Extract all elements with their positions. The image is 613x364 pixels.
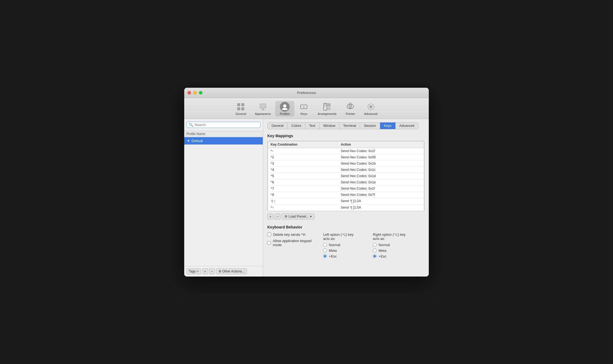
left-meta-row: Meta	[323, 249, 359, 253]
action-value: Send Hex Codes: 0x7f	[338, 192, 424, 198]
table-row[interactable]: ⇧↑Send ^[ [1;2A	[268, 198, 424, 204]
toolbar-item-general[interactable]: General	[231, 101, 251, 117]
minimize-button[interactable]	[193, 91, 197, 95]
tab-bar: General Colors Text Window Terminal Sess…	[267, 122, 418, 129]
left-esc-radio[interactable]	[323, 254, 327, 258]
table-row[interactable]: ^3Send Hex Codes: 0x1b	[268, 160, 424, 167]
key-combination: ^3	[268, 160, 338, 167]
table-row[interactable]: ^8Send Hex Codes: 0x7f	[268, 192, 424, 198]
table-row[interactable]: ^2Send Hex Codes: 0x00	[268, 154, 424, 160]
profile-name: Default	[192, 139, 203, 143]
table-row[interactable]: ^↑Send ^[ [1;5A	[268, 204, 424, 211]
key-combination: ^↑	[268, 204, 338, 211]
right-esc-label: +Esc	[379, 254, 386, 258]
tab-window[interactable]: Window	[320, 123, 339, 129]
tab-colors[interactable]: Colors	[287, 123, 305, 129]
key-combination: ^6	[268, 179, 338, 185]
checkbox-delete-key: Delete key sends ^H	[267, 233, 312, 237]
right-meta-radio[interactable]	[373, 249, 377, 252]
toolbar-item-arrangements[interactable]: Arrangements	[313, 101, 341, 117]
toolbar-item-advanced[interactable]: Advanced	[360, 101, 382, 117]
right-normal-row: Normal	[373, 243, 411, 247]
table-row[interactable]: ^6Send Hex Codes: 0x1e	[268, 179, 424, 185]
action-value: Send ^[ [1;6A	[338, 211, 424, 211]
left-meta-radio[interactable]	[323, 249, 327, 252]
remove-profile-button[interactable]: −	[209, 268, 215, 274]
left-option-title: Left option (⌥) key acts as:	[323, 233, 359, 241]
profile-item-default[interactable]: ★ Default	[184, 137, 263, 145]
toolbar-item-keys[interactable]: ⌘ Keys	[294, 101, 313, 117]
keys-icon: ⌘	[299, 102, 309, 112]
other-actions-button[interactable]: ⚙ Other Actions...	[216, 268, 247, 274]
sidebar-footer: Tags > + − ⚙ Other Actions...	[184, 266, 263, 277]
general-icon	[236, 102, 246, 112]
close-button[interactable]	[187, 91, 191, 95]
table-row[interactable]: ^⇧↑Send ^[ [1;6A	[268, 211, 424, 211]
footer-actions: + −	[202, 268, 215, 274]
action-value: Send Hex Codes: 0x1d	[338, 173, 424, 179]
search-icon: 🔍	[189, 123, 193, 127]
right-normal-radio[interactable]	[373, 243, 377, 247]
action-value: Send ^[ [1;5A	[338, 204, 424, 211]
profiles-label: Profiles	[280, 112, 290, 115]
tab-text[interactable]: Text	[305, 123, 320, 129]
add-mapping-button[interactable]: +	[267, 214, 273, 219]
svg-rect-6	[262, 109, 264, 110]
tab-general[interactable]: General	[268, 123, 287, 129]
key-combination: ^4	[268, 167, 338, 173]
table-row[interactable]: ^7Send Hex Codes: 0x1f	[268, 185, 424, 192]
right-esc-radio[interactable]	[373, 254, 377, 258]
add-profile-button[interactable]: +	[202, 268, 208, 274]
key-mappings-table-wrapper: Key Combination Action ^-Send Hex Codes:…	[267, 141, 424, 211]
key-mappings-table: Key Combination Action ^-Send Hex Codes:…	[268, 141, 424, 211]
left-normal-radio[interactable]	[323, 243, 327, 247]
search-input[interactable]	[195, 123, 258, 127]
other-actions-label: ⚙ Other Actions...	[218, 269, 245, 273]
keyboard-behavior: Keyboard Behavior Delete key sends ^H Al…	[267, 225, 424, 260]
svg-line-23	[368, 104, 369, 105]
key-combination: ^⇧↑	[268, 211, 338, 211]
action-value: Send Hex Codes: 0x1f	[338, 148, 424, 154]
maximize-button[interactable]	[199, 91, 202, 95]
toolbar-item-profiles[interactable]: Profiles	[275, 101, 294, 117]
toolbar-item-pointer[interactable]: Pointer	[341, 101, 360, 117]
window-title: Preferences	[297, 91, 316, 95]
appearance-icon	[258, 102, 268, 112]
svg-rect-7	[261, 110, 265, 110]
table-row[interactable]: ^5Send Hex Codes: 0x1d	[268, 173, 424, 179]
remove-mapping-button[interactable]: −	[274, 214, 280, 219]
tab-terminal[interactable]: Terminal	[339, 123, 360, 129]
star-icon: ★	[187, 139, 190, 143]
left-meta-label: Meta	[329, 249, 337, 253]
keys-label: Keys	[301, 112, 307, 115]
tab-keys[interactable]: Keys	[380, 123, 396, 129]
left-esc-row: +Esc	[323, 254, 359, 258]
load-preset-button[interactable]: ⚙ Load Preset... ▾	[282, 214, 315, 219]
table-row[interactable]: ^-Send Hex Codes: 0x1f	[268, 148, 424, 154]
kb-checkboxes: Delete key sends ^H Allow application ke…	[267, 233, 312, 249]
tags-button[interactable]: Tags >	[186, 268, 201, 274]
tab-advanced[interactable]: Advanced	[396, 123, 418, 129]
checkbox-keypad-mode: Allow application keypad mode	[267, 239, 312, 247]
svg-rect-3	[241, 107, 244, 110]
content-area: 🔍 Profile Name ★ Default Tags > + − ⚙ Ot…	[184, 119, 429, 277]
left-esc-label: +Esc	[329, 254, 337, 258]
advanced-icon	[366, 102, 376, 112]
tab-session[interactable]: Session	[360, 123, 380, 129]
keypad-mode-checkbox[interactable]	[267, 241, 271, 245]
left-normal-label: Normal	[329, 243, 340, 247]
delete-key-checkbox[interactable]	[267, 233, 271, 236]
svg-rect-14	[327, 107, 331, 110]
delete-key-label: Delete key sends ^H	[273, 233, 305, 237]
pointer-icon	[345, 102, 355, 112]
table-row[interactable]: ^4Send Hex Codes: 0x1c	[268, 167, 424, 173]
svg-rect-12	[324, 103, 327, 106]
search-bar: 🔍	[184, 119, 263, 131]
profile-list-header: Profile Name	[184, 131, 263, 137]
pointer-label: Pointer	[346, 112, 355, 115]
svg-text:⌘: ⌘	[303, 105, 305, 109]
left-option-group: Left option (⌥) key acts as: Normal Meta…	[323, 233, 359, 260]
action-value: Send Hex Codes: 0x1b	[338, 160, 424, 167]
toolbar-item-appearance[interactable]: Appearance	[251, 101, 275, 117]
svg-line-24	[372, 108, 373, 109]
